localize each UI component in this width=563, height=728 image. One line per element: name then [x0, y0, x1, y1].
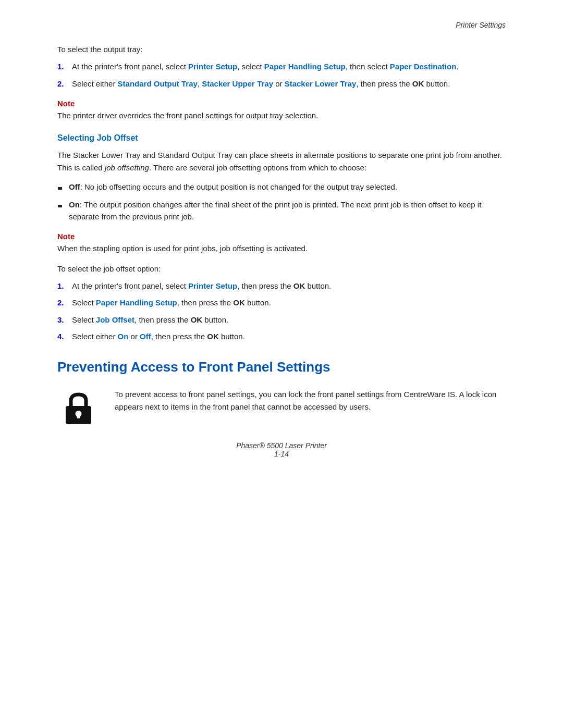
note-label-2: Note — [57, 232, 506, 241]
job-offset-steps: 1. At the printer's front panel, select … — [57, 280, 506, 343]
section-body-text: The Stacker Lower Tray and Standard Outp… — [57, 149, 506, 174]
step-1: 1. At the printer's front panel, select … — [57, 61, 506, 73]
printer-setup-link[interactable]: Printer Setup — [188, 62, 237, 71]
off-link[interactable]: Off — [140, 332, 151, 341]
header-title: Printer Settings — [456, 21, 506, 29]
on-bold: On — [69, 200, 80, 209]
stacker-upper-tray-link[interactable]: Stacker Upper Tray — [202, 79, 273, 88]
note-block-1: Note The printer driver overrides the fr… — [57, 99, 506, 122]
bullet-icon-on — [57, 200, 69, 212]
job-step-4-num: 4. — [57, 331, 72, 343]
paper-destination-link[interactable]: Paper Destination — [390, 62, 457, 71]
svg-rect-0 — [58, 187, 62, 190]
bullet-list: Off: No job offsetting occurs and the ou… — [57, 181, 506, 223]
intro-text: To select the output tray: — [57, 45, 506, 54]
lock-section: To prevent access to front panel setting… — [57, 388, 506, 427]
job-step-3-text: Select Job Offset, then press the OK but… — [72, 314, 228, 326]
job-step-1-num: 1. — [57, 280, 72, 292]
off-bold: Off — [69, 182, 80, 191]
ok-bold-1: OK — [412, 79, 424, 88]
bullet-item-off: Off: No job offsetting occurs and the ou… — [57, 181, 506, 194]
bullet-on-text: On: The output position changes after th… — [69, 199, 506, 223]
step-1-text: At the printer's front panel, select Pri… — [72, 61, 458, 73]
page-header: Printer Settings — [57, 21, 506, 29]
step-2-num: 2. — [57, 78, 72, 90]
step-2: 2. Select either Standard Output Tray, S… — [57, 78, 506, 90]
job-step-3-num: 3. — [57, 314, 72, 326]
ok-bold-4: OK — [191, 315, 203, 324]
bullet-icon-off — [57, 182, 69, 194]
job-step-1: 1. At the printer's front panel, select … — [57, 280, 506, 292]
page-container: Printer Settings To select the output tr… — [0, 0, 563, 479]
selecting-job-offset-heading: Selecting Job Offset — [57, 133, 506, 143]
svg-rect-1 — [58, 205, 62, 207]
job-step-2-num: 2. — [57, 297, 72, 309]
ok-bold-2: OK — [293, 281, 305, 290]
job-step-4-text: Select either On or Off, then press the … — [72, 331, 245, 343]
paper-handling-setup-link[interactable]: Paper Handling Setup — [264, 62, 346, 71]
step-2-text: Select either Standard Output Tray, Stac… — [72, 78, 450, 90]
job-step-3: 3. Select Job Offset, then press the OK … — [57, 314, 506, 326]
bullet-item-on: On: The output position changes after th… — [57, 199, 506, 223]
paper-handling-setup-link-2[interactable]: Paper Handling Setup — [96, 298, 177, 307]
job-offset-intro: To select the job offset option: — [57, 264, 506, 273]
footer-line2: 1-14 — [0, 450, 563, 458]
chapter-heading: Preventing Access to Front Panel Setting… — [57, 359, 506, 376]
bullet-off-text: Off: No job offsetting occurs and the ou… — [69, 181, 397, 193]
on-link[interactable]: On — [118, 332, 129, 341]
lock-icon — [62, 390, 95, 427]
note-text-2: When the stapling option is used for pri… — [57, 243, 506, 255]
job-step-4: 4. Select either On or Off, then press t… — [57, 331, 506, 343]
footer-line1: Phaser® 5500 Laser Printer — [0, 441, 563, 450]
job-step-2-text: Select Paper Handling Setup, then press … — [72, 297, 271, 309]
job-step-1-text: At the printer's front panel, select Pri… — [72, 280, 331, 292]
note-block-2: Note When the stapling option is used fo… — [57, 232, 506, 255]
printer-setup-link-2[interactable]: Printer Setup — [188, 281, 237, 290]
job-step-2: 2. Select Paper Handling Setup, then pre… — [57, 297, 506, 309]
note-text-1: The printer driver overrides the front p… — [57, 110, 506, 122]
standard-output-tray-link[interactable]: Standard Output Tray — [118, 79, 198, 88]
svg-rect-4 — [77, 414, 80, 418]
step-1-num: 1. — [57, 61, 72, 73]
note-label-1: Note — [57, 99, 506, 108]
stacker-lower-tray-link[interactable]: Stacker Lower Tray — [285, 79, 357, 88]
lock-description: To prevent access to front panel setting… — [115, 388, 506, 413]
ok-bold-5: OK — [207, 332, 219, 341]
job-offsetting-italic: job offsetting — [105, 163, 149, 172]
footer: Phaser® 5500 Laser Printer 1-14 — [0, 441, 563, 458]
output-tray-steps: 1. At the printer's front panel, select … — [57, 61, 506, 90]
ok-bold-3: OK — [233, 298, 245, 307]
job-offset-link[interactable]: Job Offset — [96, 315, 134, 324]
lock-icon-container — [57, 388, 99, 427]
